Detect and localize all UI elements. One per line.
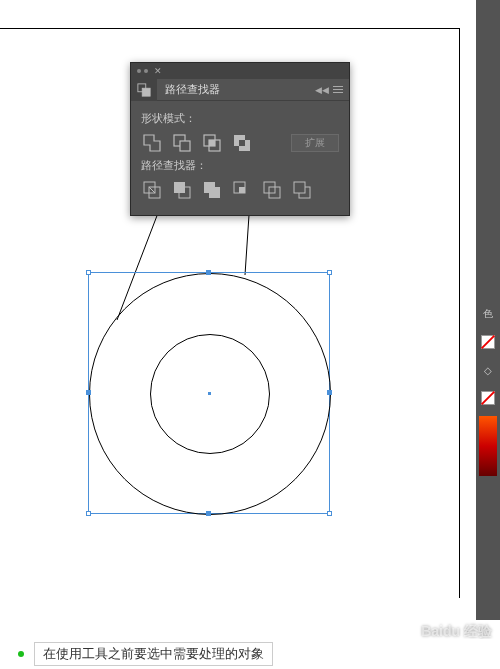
right-panel-strip[interactable]: 色 ◇ (476, 0, 500, 620)
expand-button[interactable]: 扩展 (291, 134, 339, 152)
svg-rect-3 (142, 88, 150, 96)
panel-tabbar[interactable]: ✕ (131, 63, 349, 79)
close-icon[interactable]: ✕ (154, 66, 162, 76)
canvas[interactable]: ✕ 路径查找器 ◀◀ 形状模式： (0, 0, 460, 620)
trim-icon[interactable] (171, 179, 193, 201)
panel-grip-icon (137, 69, 148, 73)
svg-rect-20 (239, 187, 245, 193)
pathfinders-label: 路径查找器： (141, 158, 339, 173)
bullet-icon (18, 651, 24, 657)
panel-menu-icon[interactable] (333, 86, 343, 93)
none-swatch-2[interactable] (476, 384, 500, 412)
strip-spacer (476, 0, 500, 300)
panel-body: 形状模式： 扩展 路径查找器： (131, 101, 349, 215)
anchor-point[interactable] (327, 391, 331, 395)
resize-handle[interactable] (327, 270, 332, 275)
svg-line-14 (149, 187, 155, 193)
anchor-point[interactable] (207, 271, 211, 275)
divide-icon[interactable] (141, 179, 163, 201)
svg-rect-11 (239, 140, 245, 146)
exclude-icon[interactable] (231, 132, 253, 154)
intersect-icon[interactable] (201, 132, 223, 154)
resize-handle[interactable] (86, 511, 91, 516)
crop-icon[interactable] (231, 179, 253, 201)
resize-handle[interactable] (327, 511, 332, 516)
shape-modes-label: 形状模式： (141, 111, 339, 126)
minus-front-icon[interactable] (171, 132, 193, 154)
collapse-icon[interactable]: ◀◀ (315, 85, 329, 95)
gradient-swatch[interactable] (476, 412, 500, 482)
footer-bar: 在使用工具之前要选中需要处理的对象 (0, 639, 500, 669)
anchor-point[interactable] (87, 391, 91, 395)
resize-handle[interactable] (86, 270, 91, 275)
svg-rect-24 (294, 182, 305, 193)
svg-rect-5 (180, 141, 190, 151)
shape-modes-row: 扩展 (141, 132, 339, 154)
pathfinder-panel[interactable]: ✕ 路径查找器 ◀◀ 形状模式： (130, 62, 350, 216)
pathfinders-row (141, 179, 339, 201)
panel-title: 路径查找器 (157, 82, 315, 97)
merge-icon[interactable] (201, 179, 223, 201)
center-point (208, 392, 211, 395)
anchor-point[interactable] (207, 511, 211, 515)
svg-rect-18 (209, 187, 220, 198)
selection-bounding-box[interactable] (88, 272, 330, 514)
registration-swatch[interactable]: ◇ (476, 356, 500, 384)
swatches-tab[interactable]: 色 (476, 300, 500, 328)
outline-icon[interactable] (261, 179, 283, 201)
svg-rect-8 (209, 140, 215, 146)
minus-back-icon[interactable] (291, 179, 313, 201)
panel-header[interactable]: 路径查找器 ◀◀ (131, 79, 349, 101)
unite-icon[interactable] (141, 132, 163, 154)
footer-tip: 在使用工具之前要选中需要处理的对象 (34, 642, 273, 666)
pathfinder-icon (131, 79, 157, 101)
none-swatch[interactable] (476, 328, 500, 356)
